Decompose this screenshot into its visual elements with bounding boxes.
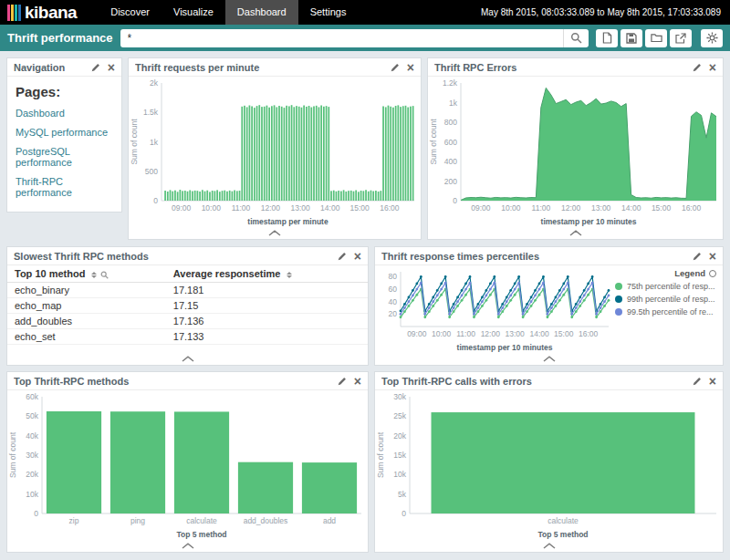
load-dashboard-button[interactable] — [645, 29, 667, 47]
legend-item[interactable]: 75th percentile of resp... — [615, 282, 716, 291]
svg-text:13:00: 13:00 — [591, 203, 611, 213]
pencil-icon — [338, 377, 347, 386]
collapse-chevron-icon — [542, 543, 557, 549]
svg-text:200: 200 — [444, 177, 457, 186]
requests-per-minute-chart: 05001k1.5k2k09:0010:0011:0012:0013:0014:… — [129, 77, 421, 227]
table-row: echo_set17.133 — [7, 329, 368, 345]
tab-dashboard[interactable]: Dashboard — [225, 0, 298, 25]
svg-text:0: 0 — [453, 196, 457, 205]
tab-discover[interactable]: Discover — [99, 0, 162, 25]
time-range[interactable]: May 8th 2015, 08:03:33.089 to May 8th 20… — [481, 0, 730, 25]
table-cell: 17.136 — [166, 314, 368, 329]
column-header-method[interactable]: Top 10 method — [7, 265, 166, 283]
collapse-panel-button[interactable] — [375, 540, 723, 552]
svg-text:15:00: 15:00 — [350, 203, 370, 213]
close-panel-button[interactable]: × — [709, 253, 716, 261]
save-dashboard-button[interactable] — [620, 29, 642, 47]
close-panel-button[interactable]: × — [354, 253, 361, 261]
panel-percentiles: Thrift response times percentiles × 2040… — [374, 246, 724, 366]
pencil-icon — [338, 252, 347, 261]
collapse-panel-button[interactable] — [7, 540, 368, 552]
svg-text:20k: 20k — [26, 470, 38, 479]
tab-settings[interactable]: Settings — [298, 0, 359, 25]
svg-text:10:00: 10:00 — [432, 329, 452, 338]
svg-text:20: 20 — [389, 309, 398, 318]
svg-text:0: 0 — [153, 196, 158, 205]
svg-text:80: 80 — [389, 272, 398, 281]
svg-text:09:00: 09:00 — [471, 203, 491, 213]
legend-label: 75th percentile of resp... — [627, 282, 715, 291]
column-header-responsetime[interactable]: Average responsetime — [166, 265, 368, 283]
pencil-icon — [693, 252, 702, 261]
edit-panel-button[interactable] — [693, 63, 702, 72]
sort-icon — [91, 272, 97, 278]
table-cell: echo_set — [7, 329, 166, 345]
collapse-panel-button[interactable] — [375, 353, 723, 365]
share-dashboard-button[interactable] — [670, 29, 692, 47]
svg-text:09:00: 09:00 — [172, 203, 192, 213]
panel-slowest-methods: Slowest Thrift RPC methods × Top 10 meth… — [6, 246, 369, 366]
nav-link-postgresql-performance[interactable]: PostgreSQL performance — [16, 146, 113, 168]
svg-text:12:00: 12:00 — [261, 203, 281, 213]
table-cell: 17.133 — [166, 329, 368, 345]
svg-text:timestamp per minute: timestamp per minute — [247, 217, 328, 226]
panel-header: Slowest Thrift RPC methods × — [7, 247, 368, 265]
collapse-panel-button[interactable] — [428, 227, 723, 239]
panel-tools: × — [693, 377, 716, 386]
dashboard-options-button[interactable] — [701, 29, 723, 47]
dashboard-title: Thrift performance — [7, 31, 113, 45]
search-button[interactable] — [563, 29, 589, 47]
svg-text:12:00: 12:00 — [481, 329, 501, 338]
close-panel-button[interactable]: × — [709, 64, 716, 72]
panel-header: Navigation × — [7, 58, 121, 77]
logo-text: kibana — [25, 0, 77, 25]
top-methods-chart: 010k20k30k40k50k60kzippingcalculateadd_d… — [7, 390, 368, 540]
chart-body: 2040608009:0010:0011:0012:0013:0014:0015… — [375, 265, 723, 353]
edit-panel-button[interactable] — [338, 377, 347, 386]
search-group — [120, 29, 589, 47]
legend-item[interactable]: 99.5th percentile of re... — [615, 307, 716, 316]
edit-panel-button[interactable] — [338, 252, 347, 261]
slowest-methods-table: Top 10 method Average responsetime echo_… — [7, 265, 368, 345]
svg-text:16:00: 16:00 — [682, 203, 702, 213]
collapse-panel-button[interactable] — [129, 227, 421, 239]
nav-link-mysql-performance[interactable]: MySQL performance — [16, 127, 113, 138]
collapse-panel-button[interactable] — [7, 353, 368, 365]
svg-text:09:00: 09:00 — [407, 329, 427, 338]
edit-panel-button[interactable] — [91, 63, 100, 72]
nav-link-dashboard[interactable]: Dashboard — [16, 108, 113, 119]
panel-tools: × — [693, 63, 716, 72]
legend-toggle[interactable]: Legend — [615, 268, 716, 278]
nav-link-thrift-rpc-performance[interactable]: Thrift-RPC performance — [16, 176, 113, 198]
legend-item[interactable]: 99th percentile of resp... — [615, 295, 716, 304]
svg-text:40k: 40k — [26, 431, 38, 441]
svg-text:0: 0 — [402, 509, 406, 518]
panel-header: Thrift requests per minute × — [129, 58, 421, 77]
svg-text:2k: 2k — [150, 78, 159, 88]
close-panel-button[interactable]: × — [709, 378, 716, 386]
collapse-chevron-icon — [542, 356, 557, 362]
close-panel-button[interactable]: × — [108, 64, 115, 72]
edit-panel-button[interactable] — [693, 377, 702, 386]
svg-text:add_doubles: add_doubles — [244, 516, 288, 525]
svg-text:10:00: 10:00 — [202, 203, 222, 213]
collapse-chevron-icon — [181, 543, 195, 549]
close-panel-button[interactable]: × — [354, 378, 361, 386]
open-folder-icon — [651, 33, 662, 43]
svg-text:600: 600 — [444, 138, 457, 147]
table-cell: 17.181 — [166, 283, 368, 298]
panel-header: Thrift RPC Errors × — [428, 58, 723, 77]
query-input[interactable] — [120, 29, 563, 47]
table-cell: echo_binary — [7, 283, 166, 298]
new-dashboard-button[interactable] — [596, 29, 618, 47]
svg-text:zip: zip — [69, 516, 79, 525]
edit-panel-button[interactable] — [391, 63, 400, 72]
dashboard-actions — [596, 29, 723, 47]
top-navbar: kibana DiscoverVisualizeDashboardSetting… — [0, 0, 730, 25]
kibana-logo[interactable]: kibana — [0, 0, 86, 25]
close-panel-button[interactable]: × — [407, 64, 414, 72]
svg-text:5k: 5k — [398, 490, 407, 499]
navigation-body: Pages: DashboardMySQL performancePostgre… — [7, 77, 121, 212]
tab-visualize[interactable]: Visualize — [162, 0, 225, 25]
edit-panel-button[interactable] — [693, 252, 702, 261]
